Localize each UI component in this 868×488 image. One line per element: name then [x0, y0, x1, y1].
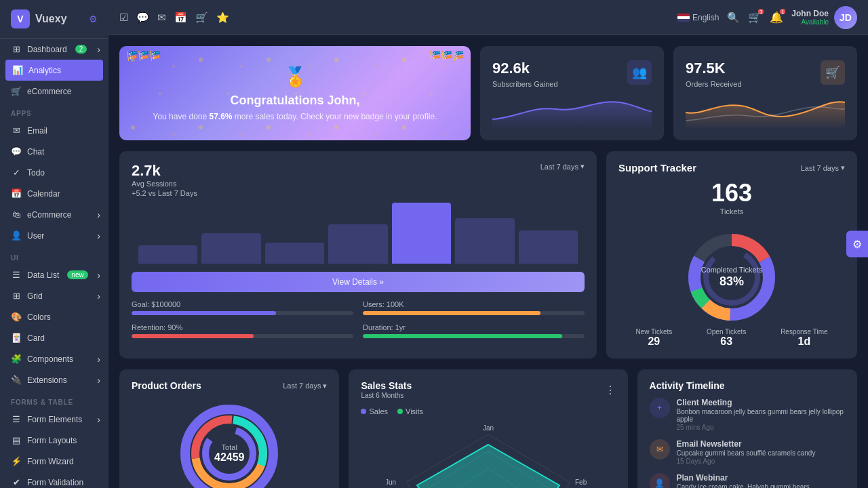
sidebar-item-analytics[interactable]: 📊 Analytics	[5, 60, 103, 81]
congrats-badge-icon: 🏅	[283, 66, 307, 88]
response-time-value: 1d	[781, 336, 827, 348]
svg-text:Completed Tickets: Completed Tickets	[701, 266, 763, 274]
user-name: John Doe	[791, 9, 829, 18]
sidebar-item-user[interactable]: 👤 User	[0, 225, 108, 246]
grid-icon: ⊞	[11, 291, 22, 301]
sidebar-item-card[interactable]: 🃏 Card	[0, 327, 108, 348]
form-validation-icon: ✔	[11, 477, 22, 487]
goal-fill	[132, 311, 276, 315]
client-meeting-desc: Bonbon macaroon jelly beans gummi bears …	[677, 408, 845, 423]
support-donut-chart: Completed Tickets 83%	[618, 220, 845, 321]
settings-gear-icon[interactable]: ⚙	[89, 14, 98, 24]
open-tickets-value: 63	[707, 336, 746, 348]
radar-svg: Jan Feb Mar May Jun	[387, 421, 590, 488]
dashboard-badge: 2	[75, 45, 87, 54]
topbar-star-icon[interactable]: ⭐	[216, 12, 229, 24]
sessions-date-label: Last 7 days	[540, 163, 578, 171]
topbar-mail-icon[interactable]: ✉	[157, 12, 166, 24]
notifications-button[interactable]: 🔔1	[770, 11, 783, 24]
product-orders-donut: Total 42459	[132, 399, 327, 488]
cart-button[interactable]: 🛒1	[748, 11, 762, 24]
view-details-button[interactable]: View Details »	[132, 272, 585, 292]
product-orders-card: Product Orders Last 7 days ▾	[119, 369, 339, 488]
forms-section: FORMS & TABLE	[0, 390, 108, 409]
cart-badge: 1	[758, 9, 764, 14]
sidebar-label-components: Components	[27, 354, 73, 364]
sessions-card: 2.7k Avg Sessions +5.2 vs Last 7 Days La…	[119, 151, 597, 359]
orders-icon: 🛒	[821, 60, 845, 85]
visits-dot	[397, 409, 403, 414]
user-avatar[interactable]: JD	[834, 6, 857, 29]
sidebar-label-data-list: Data List	[27, 270, 59, 280]
settings-panel[interactable]: ⚙	[846, 231, 868, 258]
topbar-tasks-icon[interactable]: ☑	[119, 12, 128, 24]
sidebar-item-grid[interactable]: ⊞ Grid	[0, 285, 108, 306]
todo-icon: ✓	[11, 167, 22, 178]
sales-stats-menu-icon[interactable]: ⋮	[605, 384, 616, 396]
progress-metrics-2: Retention: 90% Duration: 1yr	[132, 323, 585, 338]
user-status: Available	[791, 18, 829, 26]
sidebar-item-email[interactable]: ✉ Email	[0, 120, 108, 141]
sidebar-item-calendar[interactable]: 📅 Calendar	[0, 183, 108, 204]
open-tickets-label: Open Tickets	[707, 328, 746, 336]
sidebar-item-form-elements[interactable]: ☰ Form Elements	[0, 409, 108, 430]
sales-stats-title-group: Sales Stats Last 6 Months	[361, 380, 412, 399]
sidebar-label-form-validation: Form Validation	[27, 478, 83, 487]
search-icon[interactable]: 🔍	[727, 12, 740, 24]
sidebar-item-todo[interactable]: ✓ Todo	[0, 162, 108, 183]
duration-label: Duration: 1yr	[363, 323, 585, 331]
users-fill	[363, 311, 540, 315]
view-details-label: View Details »	[332, 277, 384, 287]
user-profile[interactable]: John Doe Available JD	[791, 6, 857, 29]
topbar-cart-icon[interactable]: 🛒	[195, 12, 208, 24]
sidebar-item-data-list[interactable]: ☰ Data List new	[0, 264, 108, 285]
sessions-change: +5.2 vs Last 7 Days	[132, 189, 197, 197]
sidebar-item-colors[interactable]: 🎨 Colors	[0, 306, 108, 327]
new-tickets-value: 29	[635, 336, 672, 348]
svg-marker-16	[417, 445, 559, 488]
sidebar-item-extensions[interactable]: 🔌 Extensions	[0, 369, 108, 390]
sidebar-item-components[interactable]: 🧩 Components	[0, 348, 108, 369]
sidebar-item-chat[interactable]: 💬 Chat	[0, 141, 108, 162]
logo-text: Vuexy	[35, 13, 67, 25]
sales-radar-chart: Jan Feb Mar May Jun	[361, 421, 615, 488]
response-time-label: Response Time	[781, 328, 827, 336]
form-wizard-icon: ⚡	[11, 456, 22, 466]
support-date-range[interactable]: Last 7 days ▾	[801, 163, 845, 172]
ecommerce2-icon: 🛍	[11, 209, 22, 220]
orders-label: Orders Received	[686, 80, 742, 88]
sidebar-label-user: User	[27, 231, 44, 241]
topbar-calendar-icon[interactable]: 📅	[174, 12, 187, 24]
retention-label: Retention: 90%	[132, 323, 353, 331]
open-tickets: Open Tickets 63	[707, 328, 746, 348]
language-selector[interactable]: English	[677, 13, 719, 22]
bar-7	[519, 230, 578, 264]
bar-1	[138, 245, 197, 264]
colors-icon: 🎨	[11, 312, 22, 322]
data-list-badge: new	[67, 270, 87, 279]
sidebar-label-grid: Grid	[27, 291, 43, 301]
bunting-decoration: 🎏🎏🎏 🎏🎏🎏	[119, 50, 471, 61]
sidebar: V Vuexy ⚙ ⊞ Dashboard 2 📊 Analytics 🛒 eC…	[0, 0, 108, 488]
sidebar-item-dashboard[interactable]: ⊞ Dashboard 2	[0, 39, 108, 60]
ecommerce-icon: 🛒	[11, 86, 22, 96]
card-icon: 🃏	[11, 333, 22, 343]
client-meeting-dot: +	[650, 398, 670, 418]
sessions-label: Avg Sessions	[132, 180, 197, 188]
product-orders-date[interactable]: Last 7 days ▾	[283, 382, 327, 390]
svg-text:Feb: Feb	[575, 479, 587, 486]
ui-section: UI	[0, 246, 108, 264]
sidebar-item-ecommerce2[interactable]: 🛍 eCommerce	[0, 204, 108, 225]
sidebar-item-ecommerce[interactable]: 🛒 eCommerce	[0, 81, 108, 102]
retention-bar	[132, 334, 353, 338]
form-elements-icon: ☰	[11, 414, 22, 424]
sidebar-label-extensions: Extensions	[27, 375, 67, 385]
sidebar-item-form-wizard[interactable]: ⚡ Form Wizard	[0, 451, 108, 472]
sidebar-item-form-validation[interactable]: ✔ Form Validation	[0, 472, 108, 488]
topbar-chat-icon[interactable]: 💬	[136, 12, 149, 24]
sessions-date-range[interactable]: Last 7 days ▾	[540, 162, 585, 171]
activity-list: + Client Meeting Bonbon macaroon jelly b…	[650, 398, 845, 488]
svg-text:Jan: Jan	[483, 424, 494, 432]
product-orders-title: Product Orders	[132, 380, 201, 391]
sidebar-item-form-layouts[interactable]: ▤ Form Layouts	[0, 430, 108, 451]
